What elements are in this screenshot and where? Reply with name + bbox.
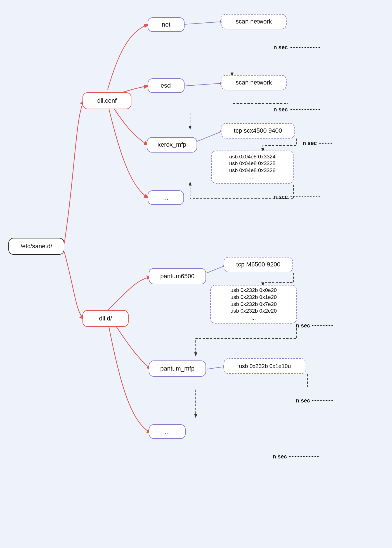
pantum6500-node: pantum6500 <box>149 268 206 284</box>
root-node: /etc/sane.d/ <box>8 238 64 255</box>
dll-d-node: dll.d/ <box>82 310 129 327</box>
nsec-label-3: n sec ···················· <box>273 194 320 200</box>
nsec-label-7: n sec ···················· <box>273 453 320 460</box>
nsec-label-5: n sec ·············· <box>296 322 334 329</box>
ellipsis1-node: ... <box>148 190 184 205</box>
usb-pantum-node: usb 0x232b 0x0e20 usb 0x232b 0x1e20 usb … <box>210 285 297 324</box>
usb-xerox-node: usb 0x04e8 0x3324 usb 0x04e8 0x3325 usb … <box>211 151 294 184</box>
xerox-mfp-node: xerox_mfp <box>147 137 197 153</box>
nsec-label-4: n sec ········· <box>303 140 332 146</box>
nsec-label-1: n sec ···················· <box>273 44 320 51</box>
ellipsis2-node: ... <box>149 424 186 439</box>
nsec-label-6: n sec ·············· <box>296 397 334 404</box>
dll-conf-node: dll.conf <box>82 92 131 109</box>
escl-node: escl <box>148 78 185 93</box>
tcp-scx-node: tcp scx4500 9400 <box>221 123 295 139</box>
usb-pantum-mfp-node: usb 0x232b 0x1e10u <box>224 358 306 374</box>
pantum-mfp-node: pantum_mfp <box>149 360 206 377</box>
nsec-label-2: n sec ···················· <box>273 106 320 113</box>
scan-network1-node: scan network <box>221 14 287 29</box>
scan-network2-node: scan network <box>221 75 287 90</box>
net-node: net <box>148 17 185 32</box>
tcp-m6500-node: tcp M6500 9200 <box>224 257 293 272</box>
